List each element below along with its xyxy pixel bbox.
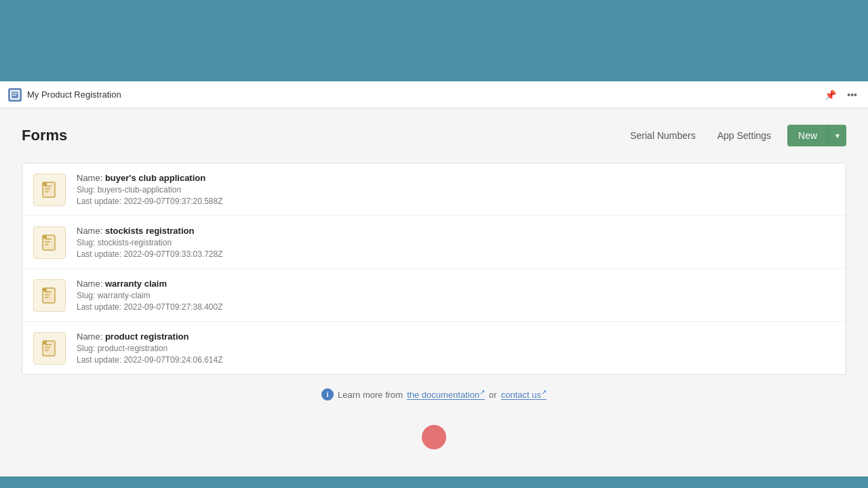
svg-rect-9 (43, 235, 47, 239)
svg-rect-14 (43, 288, 47, 291)
info-icon: i (321, 388, 334, 401)
main-content: Forms Serial Numbers App Settings New ▼ (0, 108, 868, 476)
new-button-group: New ▼ (787, 125, 846, 146)
form-info-1: Name: stockists registration Slug: stock… (77, 226, 835, 259)
form-name-bold-0: buyer's club application (105, 173, 205, 183)
record-button-container (22, 414, 846, 460)
form-icon-wrap-2 (33, 279, 66, 312)
app-icon (8, 88, 22, 102)
svg-rect-1 (45, 186, 52, 187)
svg-rect-12 (45, 294, 50, 296)
form-icon-wrap-0 (33, 174, 66, 206)
record-button[interactable] (422, 425, 446, 449)
svg-rect-3 (45, 191, 49, 192)
page-header: Forms Serial Numbers App Settings New ▼ (22, 125, 846, 146)
form-slug-1: Slug: stockists-registration (77, 238, 835, 247)
form-name-bold-1: stockists registration (105, 226, 195, 236)
form-item[interactable]: Name: buyer's club application Slug: buy… (22, 163, 846, 216)
form-name-line-0: Name: buyer's club application (77, 173, 835, 183)
app-settings-link[interactable]: App Settings (712, 127, 776, 144)
contact-us-link[interactable]: contact us↗ (501, 388, 547, 400)
form-name-bold-3: product registration (105, 331, 189, 342)
bottom-chrome-bar (0, 476, 868, 488)
form-update-2: Last update: 2022-09-07T09:27:38.400Z (77, 302, 835, 312)
title-bar-actions: 📌 ••• (822, 88, 860, 102)
svg-rect-6 (45, 239, 52, 240)
top-chrome-bar (0, 0, 868, 81)
svg-rect-7 (45, 241, 50, 243)
svg-rect-2 (45, 188, 50, 190)
new-dropdown-button[interactable]: ▼ (828, 125, 846, 146)
page-title: Forms (22, 127, 67, 144)
form-icon-wrap-1 (33, 226, 66, 259)
serial-numbers-link[interactable]: Serial Numbers (625, 127, 701, 144)
svg-rect-13 (45, 297, 49, 298)
app-icon-inner (10, 90, 20, 100)
form-name-line-2: Name: warranty claim (77, 279, 835, 289)
form-info-2: Name: warranty claim Slug: warranty-clai… (77, 279, 835, 312)
form-item[interactable]: Name: product registration Slug: product… (22, 322, 846, 374)
title-bar-left: My Product Registration (8, 88, 121, 102)
svg-rect-4 (43, 182, 47, 186)
svg-rect-17 (45, 347, 50, 348)
pin-button[interactable]: 📌 (822, 88, 839, 102)
documentation-link[interactable]: the documentation↗ (407, 388, 485, 400)
or-text: or (489, 390, 497, 400)
app-title: My Product Registration (27, 89, 121, 100)
form-icon-0 (40, 180, 59, 199)
form-icon-wrap-3 (33, 332, 66, 365)
form-slug-2: Slug: warranty-claim (77, 291, 835, 300)
form-update-3: Last update: 2022-09-07T09:24:06.614Z (77, 355, 835, 365)
more-options-button[interactable]: ••• (844, 88, 860, 102)
learn-more-text: Learn more from (338, 390, 403, 400)
form-update-0: Last update: 2022-09-07T09:37:20.588Z (77, 197, 835, 206)
form-slug-3: Slug: product-registration (77, 344, 835, 353)
form-item[interactable]: Name: stockists registration Slug: stock… (22, 216, 846, 269)
title-bar: My Product Registration 📌 ••• (0, 81, 868, 108)
app-window: My Product Registration 📌 ••• Forms Seri… (0, 81, 868, 476)
form-icon-2 (40, 286, 59, 305)
form-update-1: Last update: 2022-09-07T09:33:03.728Z (77, 249, 835, 259)
form-info-0: Name: buyer's club application Slug: buy… (77, 173, 835, 206)
svg-rect-16 (45, 344, 52, 346)
form-icon-3 (40, 339, 59, 358)
footer-info: i Learn more from the documentation↗ or … (22, 375, 846, 414)
forms-list: Name: buyer's club application Slug: buy… (22, 163, 846, 375)
svg-rect-18 (45, 350, 49, 351)
new-button[interactable]: New (787, 125, 828, 146)
external-link-icon-2: ↗ (541, 388, 547, 396)
form-icon-1 (40, 233, 59, 252)
external-link-icon: ↗ (479, 388, 485, 396)
form-name-line-1: Name: stockists registration (77, 226, 835, 236)
form-name-line-3: Name: product registration (77, 331, 835, 342)
svg-rect-19 (43, 341, 47, 344)
form-slug-0: Slug: buyers-club-application (77, 185, 835, 195)
header-actions: Serial Numbers App Settings New ▼ (625, 125, 846, 146)
form-item[interactable]: Name: warranty claim Slug: warranty-clai… (22, 269, 846, 322)
svg-rect-11 (45, 291, 52, 293)
form-name-bold-2: warranty claim (105, 279, 167, 289)
form-info-3: Name: product registration Slug: product… (77, 331, 835, 365)
svg-rect-8 (45, 244, 49, 245)
